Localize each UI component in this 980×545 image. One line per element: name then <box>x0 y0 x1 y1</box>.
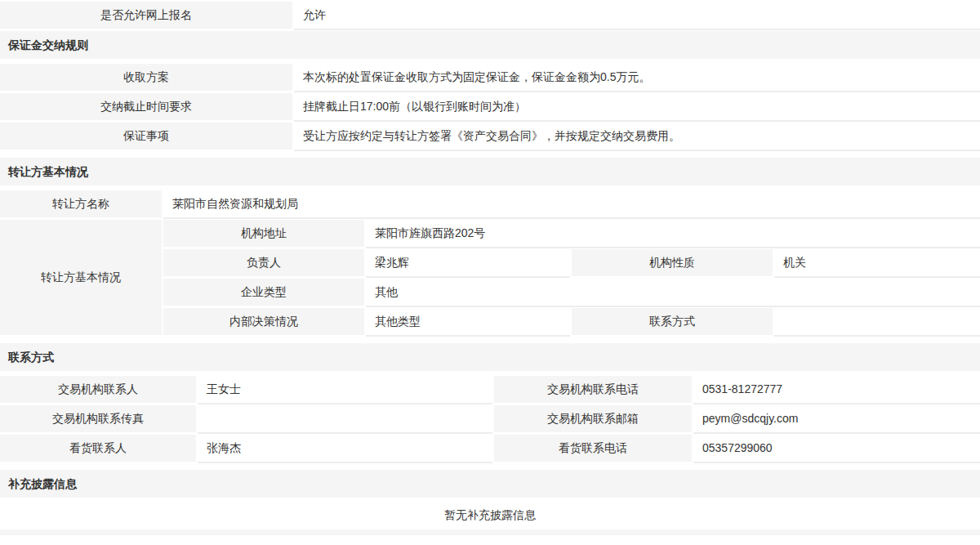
online-registration-value: 允许 <box>294 2 980 29</box>
agency-contact-person-label: 交易机构联系人 <box>0 376 196 403</box>
guarantee-items-label: 保证事项 <box>0 123 292 150</box>
person-in-charge-value: 梁兆辉 <box>366 249 570 276</box>
transferor-name-label: 转让方名称 <box>0 190 162 217</box>
agency-fax-label: 交易机构联系传真 <box>0 405 196 432</box>
section-header-transferor-info: 转让方基本情况 <box>0 158 980 185</box>
internal-decision-label: 内部决策情况 <box>163 308 364 335</box>
agency-fax-value <box>198 405 492 432</box>
inspection-contact-person-label: 看货联系人 <box>0 435 196 462</box>
table-row: 机构地址 莱阳市旌旗西路202号 <box>163 220 980 247</box>
transferor-name-value: 莱阳市自然资源和规划局 <box>163 190 980 217</box>
org-address-label: 机构地址 <box>163 220 364 247</box>
table-row: 内部决策情况 其他类型 联系方式 <box>163 308 980 335</box>
inspection-contact-phone-label: 看货联系电话 <box>494 435 692 462</box>
agency-email-label: 交易机构联系邮箱 <box>494 405 692 432</box>
inspection-contact-person-value: 张海杰 <box>198 435 492 462</box>
agency-contact-phone-label: 交易机构联系电话 <box>494 376 692 403</box>
org-nature-label: 机构性质 <box>572 249 773 276</box>
agency-contact-person-value: 王女士 <box>198 376 492 403</box>
table-row: 是否允许网上报名 允许 <box>0 2 980 29</box>
section-header-contact: 联系方式 <box>0 343 980 371</box>
next-section-band <box>0 529 980 535</box>
org-nature-value: 机关 <box>774 249 980 276</box>
payment-deadline-value: 挂牌截止日17:00前（以银行到账时间为准） <box>294 93 980 120</box>
detail-page: 是否允许网上报名 允许 保证金交纳规则 收取方案 本次标的处置保证金收取方式为固… <box>0 0 980 545</box>
transferor-detail-block: 转让方基本情况 机构地址 莱阳市旌旗西路202号 负责人 梁兆辉 机构性质 机关… <box>0 220 980 335</box>
collection-plan-value: 本次标的处置保证金收取方式为固定保证金，保证金金额为0.5万元。 <box>294 64 980 91</box>
table-row: 看货联系人 张海杰 看货联系电话 05357299060 <box>0 435 980 462</box>
table-row: 交易机构联系人 王女士 交易机构联系电话 0531-81272777 <box>0 376 980 403</box>
table-row: 收取方案 本次标的处置保证金收取方式为固定保证金，保证金金额为0.5万元。 <box>0 64 980 91</box>
enterprise-type-label: 企业类型 <box>163 279 364 306</box>
payment-deadline-label: 交纳截止时间要求 <box>0 93 292 120</box>
table-row: 交易机构联系传真 交易机构联系邮箱 peym@sdcqjy.com <box>0 405 980 432</box>
contact-method-value <box>774 308 980 335</box>
table-row: 企业类型 其他 <box>163 279 980 306</box>
table-row: 负责人 梁兆辉 机构性质 机关 <box>163 249 980 276</box>
online-registration-label: 是否允许网上报名 <box>0 2 292 29</box>
agency-contact-phone-value: 0531-81272777 <box>693 376 980 403</box>
transferor-detail-group-label: 转让方基本情况 <box>0 220 162 335</box>
agency-email-value: peym@sdcqjy.com <box>693 405 980 432</box>
table-row: 交纳截止时间要求 挂牌截止日17:00前（以银行到账时间为准） <box>0 93 980 120</box>
guarantee-items-value: 受让方应按约定与转让方签署《资产交易合同》，并按规定交纳交易费用。 <box>294 123 980 150</box>
person-in-charge-label: 负责人 <box>163 249 364 276</box>
internal-decision-value: 其他类型 <box>366 308 570 335</box>
section-header-deposit-rules: 保证金交纳规则 <box>0 31 980 59</box>
collection-plan-label: 收取方案 <box>0 64 292 91</box>
supplementary-empty-message: 暂无补充披露信息 <box>0 503 980 527</box>
inspection-contact-phone-value: 05357299060 <box>693 435 980 462</box>
contact-method-label: 联系方式 <box>572 308 773 335</box>
section-header-supplementary: 补充披露信息 <box>0 470 980 498</box>
table-row: 保证事项 受让方应按约定与转让方签署《资产交易合同》，并按规定交纳交易费用。 <box>0 123 980 150</box>
org-address-value: 莱阳市旌旗西路202号 <box>366 220 980 247</box>
enterprise-type-value: 其他 <box>366 279 980 306</box>
table-row: 转让方名称 莱阳市自然资源和规划局 <box>0 190 980 217</box>
